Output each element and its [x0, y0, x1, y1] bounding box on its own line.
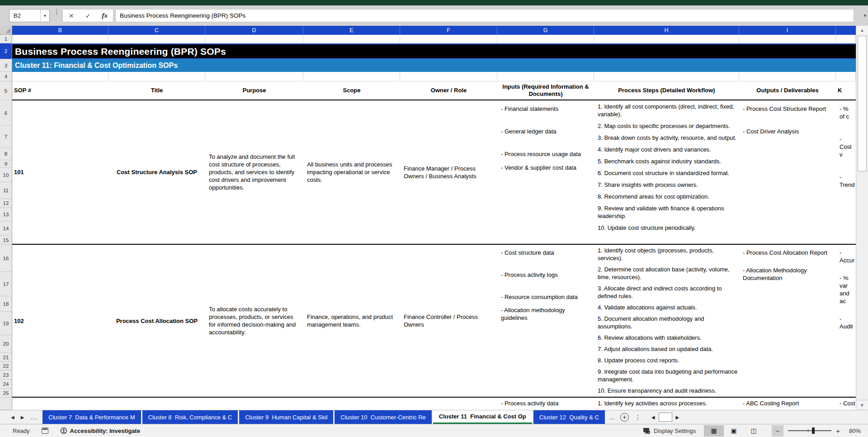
cell-purpose[interactable]: To allocate costs accurately to processe…	[205, 245, 303, 397]
new-sheet-button[interactable]: +	[620, 413, 629, 422]
sheet-title-cell[interactable]: Business Process Reengineering (BPR) SOP…	[12, 43, 856, 59]
cell-scope[interactable]: Finance, operations, and product managem…	[303, 245, 400, 397]
row-header-19[interactable]: 19	[0, 312, 12, 335]
row-header-10[interactable]: 10	[0, 168, 12, 182]
formula-input[interactable]: Business Process Reengineering (BPR) SOP…	[115, 9, 854, 22]
column-header-D[interactable]: D	[205, 26, 303, 35]
vertical-scrollbar-thumb[interactable]	[858, 36, 867, 171]
status-accessibility[interactable]: Accessibility: Investigate	[70, 428, 140, 434]
empty-row-4[interactable]	[12, 72, 856, 81]
column-header-clipped[interactable]	[836, 26, 856, 35]
zoom-slider-thumb[interactable]	[812, 428, 815, 434]
column-header-E[interactable]: E	[303, 26, 400, 35]
row-header-18[interactable]: 18	[0, 296, 12, 312]
row-header-7[interactable]: 7	[0, 126, 12, 148]
cell-kpis-clipped[interactable]: - % of c- Cost v- Trend	[836, 100, 856, 244]
row-header-23[interactable]: 23	[0, 370, 12, 380]
row-header-4[interactable]: 4	[0, 72, 12, 81]
row-header-1[interactable]: 1	[0, 35, 12, 43]
cell-steps[interactable]: 1. Identify all cost components (direct,…	[594, 100, 739, 244]
row-header-8[interactable]: 8	[0, 148, 12, 160]
sheet-tab[interactable]: Cluster 7 Data & Performance M	[42, 410, 141, 424]
tab-overflow-right[interactable]: ...	[609, 414, 614, 421]
zoom-out-button[interactable]: −	[772, 425, 783, 437]
header-inputs[interactable]: Inputs (Required Information & Documents…	[497, 81, 594, 100]
select-all-corner[interactable]	[0, 26, 12, 35]
view-normal-button[interactable]: ▦	[704, 425, 724, 437]
row-header-partial[interactable]	[0, 398, 12, 410]
column-header-H[interactable]: H	[594, 26, 739, 35]
row-header-11[interactable]: 11	[0, 182, 12, 199]
hscroll-right-icon[interactable]: ▶	[674, 414, 681, 421]
column-header-G[interactable]: G	[497, 26, 594, 35]
tab-nav-left-icon[interactable]: ◀	[11, 415, 14, 420]
row-header-12[interactable]: 12	[0, 199, 12, 208]
row-header-24[interactable]: 24	[0, 380, 12, 389]
header-title[interactable]: Title	[108, 81, 205, 100]
cell-sop-number[interactable]: 101	[12, 100, 108, 244]
row-header-3[interactable]: 3	[0, 59, 12, 72]
header-owner[interactable]: Owner / Role	[400, 81, 497, 100]
row-header-25[interactable]: 25	[0, 389, 12, 398]
cell-inputs[interactable]: - Process activity data	[497, 398, 594, 410]
scroll-up-icon[interactable]: ▲	[856, 26, 868, 35]
header-purpose[interactable]: Purpose	[205, 81, 303, 100]
vertical-scrollbar[interactable]: ▲ ▼	[856, 26, 868, 410]
tab-nav-right-icon[interactable]: ▶	[21, 415, 24, 420]
insert-function-button[interactable]: fx	[98, 12, 112, 19]
header-sop[interactable]: SOP #	[12, 81, 108, 100]
tab-overflow-left[interactable]: ...	[30, 413, 37, 421]
view-page-break-button[interactable]: ◫	[744, 425, 764, 437]
row-header-22[interactable]: 22	[0, 362, 12, 370]
scroll-down-icon[interactable]: ▼	[856, 400, 868, 410]
sheet-tab[interactable]: Cluster 10 Customer-Centric Re	[335, 410, 432, 424]
sheet-tab[interactable]: Cluster 9 Human Capital & Skil	[239, 410, 333, 424]
row-header-6[interactable]: 6	[0, 100, 12, 126]
cell-kpis-clipped[interactable]: - Cost t	[836, 398, 856, 410]
row-header-15[interactable]: 15	[0, 236, 12, 245]
zoom-in-button[interactable]: +	[836, 427, 840, 435]
sheet-tab[interactable]: Cluster 8 Risk, Compliance & C	[142, 410, 238, 424]
horizontal-scrollbar-thumb[interactable]	[659, 413, 672, 422]
column-header-F[interactable]: F	[400, 26, 497, 35]
header-kpi-clipped[interactable]: K	[836, 81, 856, 100]
column-header-I[interactable]: I	[739, 26, 836, 35]
cell-owner[interactable]: Finance Manager / Process Owners / Busin…	[400, 100, 497, 244]
header-outputs[interactable]: Outputs / Deliverables	[739, 81, 836, 100]
sheet-tab-active[interactable]: Cluster 11 Financial & Cost Op	[433, 410, 532, 424]
row-header-21[interactable]: 21	[0, 353, 12, 362]
row-header-5[interactable]: 5	[0, 81, 12, 100]
row-header-13[interactable]: 13	[0, 208, 12, 221]
cell-owner[interactable]: Finance Controller / Process Owners	[400, 245, 497, 397]
zoom-slider[interactable]	[788, 430, 831, 431]
formula-bar-expand-icon[interactable]: ▾	[863, 13, 866, 19]
cell-outputs[interactable]: - ABC Costing Report	[739, 398, 836, 410]
cancel-button[interactable]: ✕	[65, 12, 78, 19]
macro-record-icon[interactable]	[42, 428, 48, 434]
cell-purpose[interactable]: To analyze and document the full cost st…	[205, 100, 303, 244]
cell-outputs[interactable]: - Process Cost Structure Report- Cost Dr…	[739, 100, 836, 244]
cell-steps[interactable]: 1. Identify key activities across proces…	[594, 398, 739, 410]
row-header-17[interactable]: 17	[0, 272, 12, 296]
hscroll-left-icon[interactable]: ◀	[650, 414, 657, 421]
cell-steps[interactable]: 1. Identify cost objects (processes, pro…	[594, 245, 739, 397]
column-header-C[interactable]: C	[108, 26, 205, 35]
cell-outputs[interactable]: - Process Cost Allocation Report- Alloca…	[739, 245, 836, 397]
name-box[interactable]: B2 ▾	[9, 9, 50, 22]
empty-row-1[interactable]	[12, 35, 856, 43]
cell-inputs[interactable]: - Cost structure data- Process activity …	[497, 245, 594, 397]
cell-sop-title[interactable]: Cost Structure Analysis SOP	[108, 100, 205, 244]
cluster-banner-cell[interactable]: Cluster 11: Financial & Cost Optimizatio…	[12, 59, 856, 72]
zoom-level[interactable]: 80%	[844, 428, 861, 434]
header-scope[interactable]: Scope	[303, 81, 400, 100]
cell-inputs[interactable]: - Financial statements- General ledger d…	[497, 100, 594, 244]
column-header-B[interactable]: B	[12, 26, 108, 35]
view-page-layout-button[interactable]: ▣	[724, 425, 744, 437]
row-header-14[interactable]: 14	[0, 221, 12, 236]
row-header-9[interactable]: 9	[0, 160, 12, 168]
row-header-16[interactable]: 16	[0, 245, 12, 272]
enter-button[interactable]: ✓	[81, 12, 95, 19]
header-steps[interactable]: Process Steps (Detailed Workflow)	[594, 81, 739, 100]
row-header-2[interactable]: 2	[0, 43, 12, 59]
cell-sop-title[interactable]: Process Cost Allocation SOP	[108, 245, 205, 397]
